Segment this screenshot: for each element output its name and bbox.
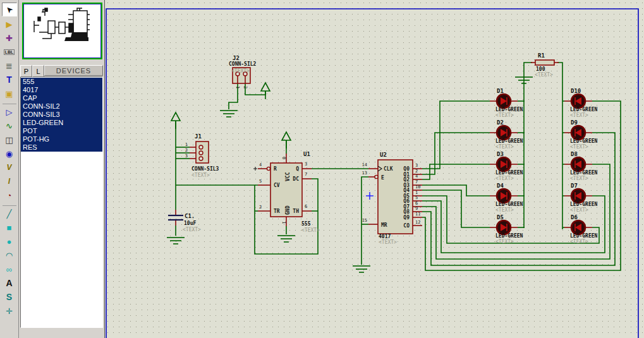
2d-path-mode[interactable]: ∞ [3, 263, 16, 275]
ground-symbol[interactable] [167, 238, 185, 244]
led-column-right[interactable]: D10 LED-GREEN <TEXT> D9 LED-GREEN <TEXT>… [564, 88, 598, 244]
j2-pin1-number: 1 [235, 86, 240, 88]
2d-symbol-mode[interactable]: S [3, 291, 16, 303]
led-d1[interactable] [490, 94, 518, 108]
u1-text: <TEXT> [301, 227, 320, 233]
junction-dot-mode[interactable]: ✚ [3, 32, 16, 44]
device-list-item[interactable]: CAP [21, 94, 102, 102]
pick-devices-button[interactable]: P [20, 65, 32, 77]
j2-value: CONN-SIL2 [229, 61, 257, 67]
ground-symbol[interactable] [220, 111, 238, 117]
u2-pin-mr: MR [381, 222, 387, 228]
u2-pin15-number: 15 [362, 218, 367, 223]
device-list-item[interactable]: CONN-SIL3 [21, 111, 102, 119]
component-c1[interactable]: C1. 10uF <TEXT> [168, 210, 201, 232]
preview-window[interactable] [22, 3, 102, 59]
power-terminal[interactable] [282, 132, 291, 148]
u1-pin6-number: 6 [305, 204, 307, 209]
current-probe-mode[interactable]: I [3, 175, 16, 188]
terminal-mode[interactable]: ▷ [3, 104, 16, 118]
ground-symbol[interactable] [277, 236, 295, 242]
u2-pin14-number: 14 [362, 162, 367, 167]
u1-ref: U1 [303, 151, 310, 157]
u2-pin-q8: Q8 [403, 209, 410, 215]
u1-pin3-number: 3 [305, 162, 307, 167]
power-terminal[interactable] [261, 83, 270, 99]
u2-q9-number: 11 [415, 212, 420, 217]
u1-pin1-number: 1 [281, 221, 286, 224]
r1-ref: R1 [538, 52, 545, 59]
device-list-item[interactable]: LED-GREEN [21, 119, 102, 127]
c1-value: 10uF [184, 220, 196, 226]
2d-marker-mode[interactable]: ✛ [3, 305, 16, 317]
u2-q4-number: 10 [415, 184, 420, 190]
led-d3[interactable] [490, 157, 518, 171]
led-d2[interactable] [490, 126, 518, 140]
bus-mode[interactable]: T [3, 73, 16, 86]
j2-ref: J2 [233, 55, 240, 61]
led-d8[interactable] [564, 157, 592, 171]
device-list-item[interactable]: POT-HG [21, 135, 102, 143]
2d-line-mode[interactable]: ╱ [3, 205, 16, 220]
2d-arc-mode[interactable]: ◠ [3, 249, 16, 262]
device-list-item[interactable]: 4017 [21, 86, 102, 94]
j1-pin3-number: 3 [185, 154, 188, 159]
led-d6[interactable] [564, 220, 592, 234]
d6-ref: D6 [571, 214, 578, 220]
u2-q5-number: 1 [415, 190, 418, 195]
u1-pin-dc: DC [293, 176, 299, 182]
tape-recorder-mode[interactable]: ◫ [3, 133, 16, 146]
j2-text: <TEXT> [231, 68, 250, 74]
led-d4[interactable] [490, 189, 518, 203]
u2-pin-q2: Q2 [403, 177, 410, 183]
d9-text: <TEXT> [570, 144, 588, 150]
d4-text: <TEXT> [495, 207, 514, 213]
virtual-instruments-mode[interactable]: ◔ [3, 189, 16, 202]
graph-mode[interactable]: ∿ [3, 119, 16, 132]
led-d5[interactable] [490, 220, 518, 234]
d5-ref: D5 [497, 214, 504, 220]
component-r1[interactable]: R1 100 <TEXT> [531, 52, 559, 78]
component-j1[interactable]: 1 2 3 J1 CONN-SIL3 <TEXT> [185, 133, 219, 178]
d1-text: <TEXT> [495, 112, 514, 118]
component-u2[interactable]: CLK E MR 14 13 15 Q0 Q1 Q2 Q3 Q4 Q5 Q6 Q… [362, 152, 422, 245]
device-list-item[interactable]: RES [21, 143, 102, 152]
2d-circle-mode[interactable]: ● [3, 235, 16, 248]
u2-pin-q4: Q4 [403, 188, 410, 193]
ground-symbol[interactable] [353, 266, 370, 272]
device-list-item[interactable]: 555 [21, 78, 102, 86]
u2-q7-number: 6 [415, 201, 418, 206]
library-manager-button[interactable]: L [32, 65, 44, 77]
generator-mode[interactable]: ◉ [3, 147, 16, 160]
device-list: 555 4017CAPCONN-SIL2CONN-SIL3LED-GREENPO… [20, 76, 103, 328]
led-d10[interactable] [564, 94, 592, 108]
d8-ref: D8 [571, 151, 578, 157]
2d-text-mode[interactable]: A [3, 277, 16, 289]
wire-label-mode[interactable]: LBL [3, 45, 16, 58]
voltage-probe-mode[interactable]: V [3, 161, 16, 174]
d5-value: LED-GREEN [495, 233, 523, 239]
text-script-mode[interactable]: ≣ [3, 59, 16, 72]
u1-pin-vcc: VCC [285, 172, 291, 181]
u1-pin-gnd: GND [285, 205, 291, 215]
subcircuit-mode[interactable]: ▣ [3, 87, 16, 100]
component-u1[interactable]: R CV TR Q DC TH VCC GND 4 5 2 3 7 6 8 1 … [253, 151, 320, 233]
power-terminal[interactable] [171, 112, 180, 129]
left-toolbar: ➤ ▶✚LBL≣T▣▷∿◫◉VI◔╱■●◠∞AS✛ [0, 0, 19, 338]
d4-ref: D4 [497, 183, 504, 189]
2d-box-mode[interactable]: ■ [3, 221, 16, 234]
device-list-item[interactable]: POT [21, 127, 102, 135]
u2-pin-q6: Q6 [403, 198, 410, 204]
component-j2[interactable]: J2 CONN-SIL2 <TEXT> 1 2 [229, 55, 257, 88]
object-selector-header: P L DEVICES [20, 65, 103, 76]
led-column-left[interactable]: D1 LED-GREEN <TEXT> D2 LED-GREEN <TEXT> … [490, 88, 523, 244]
d3-ref: D3 [497, 151, 504, 157]
u2-q0-number: 3 [415, 163, 418, 168]
component-mode[interactable]: ▶ [3, 18, 16, 30]
led-d7[interactable] [564, 189, 592, 203]
selection-mode[interactable]: ➤ [2, 3, 17, 16]
led-d9[interactable] [564, 126, 592, 140]
u1-pin-tr: TR [274, 208, 280, 214]
device-list-item[interactable]: CONN-SIL2 [21, 102, 102, 111]
j1-value: CONN-SIL3 [191, 166, 219, 172]
